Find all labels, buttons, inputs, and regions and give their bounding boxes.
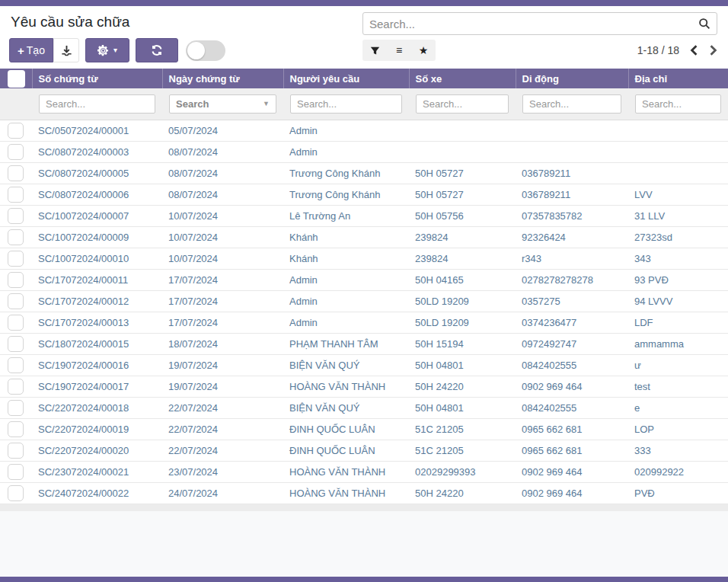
column-header-requester[interactable]: Người yêu cầu bbox=[283, 69, 409, 88]
row-checkbox[interactable] bbox=[8, 400, 24, 416]
row-checkbox[interactable] bbox=[8, 187, 24, 203]
cell-requester: Admin bbox=[283, 120, 409, 141]
cell-vehicle: 50H 04801 bbox=[409, 397, 516, 418]
row-checkbox[interactable] bbox=[8, 379, 24, 395]
table-row[interactable]: SC/23072024/0002123/07/2024HOÀNG VĂN THÀ… bbox=[0, 461, 728, 482]
cell-vehicle: 50LD 19209 bbox=[409, 312, 516, 333]
cell-doc: SC/22072024/00019 bbox=[32, 418, 162, 440]
cell-address: 020992922 bbox=[628, 461, 728, 482]
row-checkbox[interactable] bbox=[8, 293, 24, 309]
cell-requester: Admin bbox=[283, 290, 409, 312]
filter-select-label: Search bbox=[176, 98, 209, 110]
row-checkbox[interactable] bbox=[8, 485, 24, 501]
column-header-doc[interactable]: Số chứng từ bbox=[32, 69, 162, 88]
table-row[interactable]: SC/08072024/0000608/07/2024Trương Công K… bbox=[0, 184, 728, 205]
table-row[interactable]: SC/22072024/0001822/07/2024BIỆN VĂN QUÝ5… bbox=[0, 397, 728, 418]
filter-cell-address bbox=[628, 88, 728, 120]
table-row[interactable]: SC/19072024/0001719/07/2024HOÀNG VĂN THÀ… bbox=[0, 376, 728, 397]
download-button[interactable] bbox=[53, 38, 79, 62]
archive-toggle[interactable] bbox=[186, 40, 225, 61]
row-checkbox[interactable] bbox=[8, 443, 24, 459]
search-input[interactable] bbox=[369, 18, 698, 30]
footer-space bbox=[0, 511, 728, 577]
cell-address: 27323sd bbox=[628, 226, 728, 248]
cell-vehicle: 50H 05756 bbox=[409, 205, 516, 226]
row-checkbox[interactable] bbox=[8, 421, 24, 437]
table-row[interactable]: SC/10072024/0001010/07/2024Khánh239824r3… bbox=[0, 248, 728, 269]
row-checkbox[interactable] bbox=[8, 123, 24, 139]
column-header-date[interactable]: Ngày chứng từ bbox=[162, 69, 283, 88]
table-row[interactable]: SC/17072024/0001317/07/2024Admin50LD 192… bbox=[0, 312, 728, 333]
cell-date: 10/07/2024 bbox=[162, 248, 283, 269]
row-checkbox-cell bbox=[0, 248, 32, 269]
filter-icon[interactable] bbox=[362, 40, 387, 61]
table-row[interactable]: SC/10072024/0000910/07/2024Khánh23982492… bbox=[0, 226, 728, 248]
create-button-label: Tạo bbox=[27, 44, 45, 56]
row-checkbox-cell bbox=[0, 440, 32, 461]
select-all-checkbox[interactable] bbox=[8, 70, 25, 88]
column-header-mobile[interactable]: Di động bbox=[516, 69, 628, 88]
cell-date: 10/07/2024 bbox=[162, 205, 283, 226]
cell-date: 22/07/2024 bbox=[162, 397, 283, 418]
row-checkbox-cell bbox=[0, 162, 32, 184]
table-row[interactable]: SC/19072024/0001619/07/2024BIỆN VĂN QUÝ5… bbox=[0, 354, 728, 376]
row-checkbox[interactable] bbox=[8, 251, 24, 267]
row-checkbox-cell bbox=[0, 141, 32, 162]
cell-address: LDF bbox=[628, 312, 728, 333]
row-checkbox[interactable] bbox=[8, 315, 24, 331]
row-checkbox[interactable] bbox=[8, 464, 24, 480]
refresh-button[interactable] bbox=[136, 38, 178, 62]
table-row[interactable]: SC/17072024/0001117/07/2024Admin50H 0416… bbox=[0, 269, 728, 290]
cell-doc: SC/17072024/00011 bbox=[32, 269, 162, 290]
filter-input-mobile[interactable] bbox=[522, 94, 621, 114]
table-row[interactable]: SC/18072024/0001518/07/2024PHẠM THANH TÂ… bbox=[0, 333, 728, 354]
table-row[interactable]: SC/08072024/0000308/07/2024Admin bbox=[0, 141, 728, 162]
column-header-vehicle[interactable]: Số xe bbox=[409, 69, 516, 88]
chevron-right-icon[interactable] bbox=[709, 45, 717, 56]
row-checkbox-cell bbox=[0, 184, 32, 205]
column-header-address[interactable]: Địa chỉ bbox=[628, 69, 728, 88]
cell-mobile: 0374236477 bbox=[516, 312, 628, 333]
table-row[interactable]: SC/17072024/0001217/07/2024Admin50LD 192… bbox=[0, 290, 728, 312]
cell-requester: ĐINH QUỐC LUÂN bbox=[283, 418, 409, 440]
cell-vehicle: 239824 bbox=[409, 248, 516, 269]
row-checkbox[interactable] bbox=[8, 272, 24, 288]
cell-mobile: 0842402555 bbox=[516, 354, 628, 376]
table-row[interactable]: SC/08072024/0000508/07/2024Trương Công K… bbox=[0, 162, 728, 184]
cell-mobile: 0842402555 bbox=[516, 397, 628, 418]
row-checkbox[interactable] bbox=[8, 357, 24, 373]
table-row[interactable]: SC/05072024/0000105/07/2024Admin bbox=[0, 120, 728, 141]
row-checkbox-cell bbox=[0, 290, 32, 312]
pagination: 1-18 / 18 bbox=[637, 44, 717, 56]
cell-requester: Admin bbox=[283, 141, 409, 162]
chevron-left-icon[interactable] bbox=[690, 45, 698, 56]
row-checkbox[interactable] bbox=[8, 165, 24, 181]
row-checkbox-cell bbox=[0, 482, 32, 504]
search-icon[interactable] bbox=[698, 18, 710, 30]
cell-doc: SC/23072024/00021 bbox=[32, 461, 162, 482]
row-checkbox[interactable] bbox=[8, 336, 24, 352]
cell-address: test bbox=[628, 376, 728, 397]
plus-icon: + bbox=[18, 45, 24, 56]
filter-select-date[interactable]: Search▼ bbox=[169, 94, 276, 114]
filter-input-requester[interactable] bbox=[290, 94, 402, 114]
cell-requester: Khánh bbox=[283, 226, 409, 248]
table-row[interactable]: SC/24072024/0002224/07/2024HOÀNG VĂN THÀ… bbox=[0, 482, 728, 504]
favorite-star-icon[interactable]: ★ bbox=[411, 40, 436, 61]
control-panel: Yêu cầu sửa chữa + Tạo bbox=[0, 6, 728, 69]
actions-gear-button[interactable]: ▾ bbox=[85, 38, 129, 62]
create-button[interactable]: + Tạo bbox=[9, 38, 53, 62]
table-row[interactable]: SC/22072024/0001922/07/2024ĐINH QUỐC LUÂ… bbox=[0, 418, 728, 440]
table-row[interactable]: SC/22072024/0002022/07/2024ĐINH QUỐC LUÂ… bbox=[0, 440, 728, 461]
cell-doc: SC/10072024/00007 bbox=[32, 205, 162, 226]
row-checkbox[interactable] bbox=[8, 144, 24, 160]
filter-input-address[interactable] bbox=[635, 94, 721, 114]
filter-input-doc[interactable] bbox=[39, 94, 155, 114]
cell-doc: SC/17072024/00013 bbox=[32, 312, 162, 333]
filter-input-vehicle[interactable] bbox=[416, 94, 509, 114]
table-row[interactable]: SC/10072024/0000710/07/2024Lê Trường An5… bbox=[0, 205, 728, 226]
group-by-icon[interactable]: ≡ bbox=[387, 40, 411, 61]
row-checkbox[interactable] bbox=[8, 229, 24, 245]
cell-address: LOP bbox=[628, 418, 728, 440]
row-checkbox[interactable] bbox=[8, 208, 24, 224]
